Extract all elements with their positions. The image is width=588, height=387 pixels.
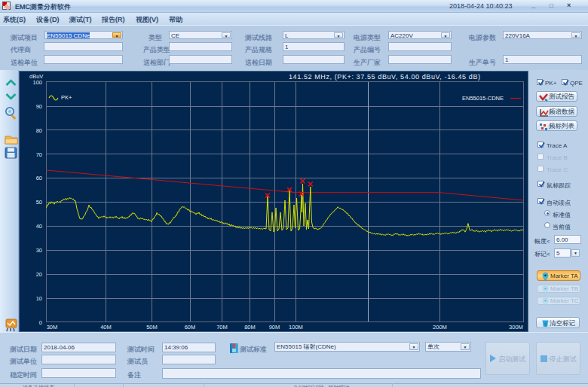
svg-text:30: 30 bbox=[36, 247, 42, 254]
svg-text:EN55015-CDNE: EN55015-CDNE bbox=[462, 95, 504, 102]
svg-text:90M: 90M bbox=[269, 324, 280, 331]
svg-text:100M: 100M bbox=[289, 324, 303, 331]
svg-text:300M: 300M bbox=[509, 324, 523, 331]
svg-text:70: 70 bbox=[36, 151, 42, 158]
svg-text:100: 100 bbox=[32, 79, 42, 86]
svg-text:80: 80 bbox=[36, 127, 42, 134]
svg-text:0: 0 bbox=[39, 319, 42, 326]
svg-text:50: 50 bbox=[36, 199, 42, 206]
svg-text:10: 10 bbox=[36, 295, 42, 302]
svg-text:PK+: PK+ bbox=[61, 94, 72, 101]
svg-text:20: 20 bbox=[36, 271, 42, 278]
svg-text:30M: 30M bbox=[47, 324, 58, 331]
svg-text:60: 60 bbox=[36, 175, 42, 181]
svg-text:40: 40 bbox=[36, 223, 42, 230]
svg-text:90: 90 bbox=[36, 103, 42, 110]
svg-text:50M: 50M bbox=[146, 324, 158, 331]
svg-text:80M: 80M bbox=[244, 324, 256, 331]
svg-text:141.52 MHz, (PK+: 37.55 dBuV,: 141.52 MHz, (PK+: 37.55 dBuV, 54.00 dBuV… bbox=[289, 73, 480, 81]
svg-text:200M: 200M bbox=[433, 324, 447, 331]
svg-text:70M: 70M bbox=[216, 324, 228, 331]
svg-text:60M: 60M bbox=[185, 324, 196, 331]
svg-text:40M: 40M bbox=[100, 324, 112, 331]
